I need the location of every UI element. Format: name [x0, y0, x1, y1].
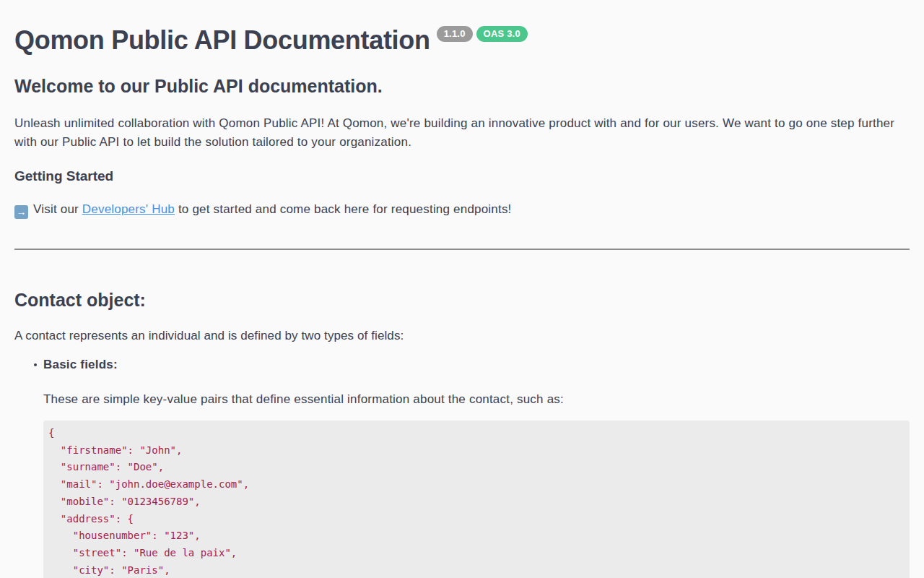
contact-description: A contact represents an individual and i… [14, 328, 910, 344]
arrow-right-icon: → [14, 205, 28, 219]
visit-suffix-text: to get started and come back here for re… [175, 202, 512, 216]
basic-fields-label: Basic fields: [43, 358, 118, 371]
contact-object-heading: Contact object: [14, 289, 910, 311]
intro-paragraph: Unleash unlimited collaboration with Qom… [14, 114, 910, 152]
page-title-row: Qomon Public API Documentation 1.1.0 OAS… [14, 0, 910, 55]
visit-prefix-text: Visit our [33, 202, 82, 216]
getting-started-heading: Getting Started [14, 168, 910, 184]
developers-hub-link[interactable]: Developers' Hub [82, 202, 175, 216]
badge-group: 1.1.0 OAS 3.0 [437, 26, 528, 42]
page-title: Qomon Public API Documentation [14, 26, 430, 55]
basic-fields-description: These are simple key-value pairs that de… [43, 392, 910, 407]
basic-fields-item: Basic fields: These are simple key-value… [43, 357, 910, 578]
visit-line: →Visit our Developers' Hub to get starte… [14, 202, 910, 219]
contact-json-code-block: { "firstname": "John", "surname": "Doe",… [43, 420, 910, 578]
oas-badge: OAS 3.0 [476, 26, 528, 42]
section-divider [14, 249, 910, 250]
api-docs-page: Qomon Public API Documentation 1.1.0 OAS… [0, 0, 924, 578]
welcome-heading: Welcome to our Public API documentation. [14, 75, 910, 97]
version-badge: 1.1.0 [437, 26, 473, 42]
fields-list: Basic fields: These are simple key-value… [14, 357, 910, 578]
